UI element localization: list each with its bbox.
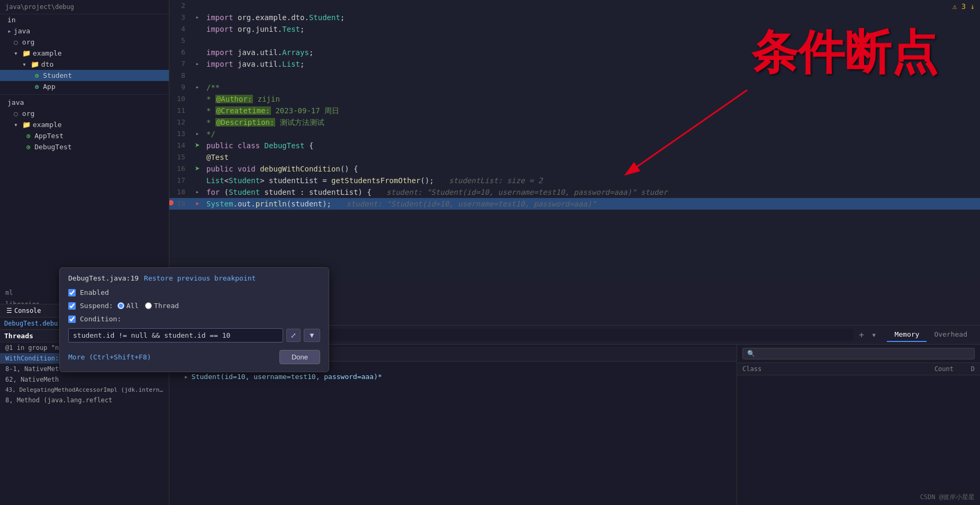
breakpoint-dialog: DebugTest.java:19 Restore previous break… (59, 267, 329, 372)
csdn-watermark: CSDN @彼岸小星星 (920, 493, 975, 502)
add-watch-icon[interactable]: + (857, 329, 866, 341)
code-line-14: 14 ➤ public class DebugTest { (169, 140, 980, 151)
code-line-12: 12 * @Description: 测试方法测试 (169, 116, 980, 128)
tree-item-debugtest[interactable]: ⊙ DebugTest (0, 141, 169, 152)
code-line-11: 11 * @Createtime: 2023-09-17 周日 (169, 105, 980, 116)
suspend-thread-option[interactable]: Thread (145, 302, 179, 310)
suspend-row: Suspend: All Thread (68, 302, 320, 310)
suspend-options: All Thread (117, 302, 179, 310)
d-column-header: D (954, 365, 975, 373)
code-line-16: 16 ➤ public void debugWithCondition() { (169, 163, 980, 175)
done-button[interactable]: Done (279, 350, 320, 364)
condition-dropdown-button[interactable]: ▼ (304, 329, 320, 342)
code-line-7: 7 ▸ import java.util.List; (169, 58, 980, 70)
code-line-8: 8 (169, 70, 980, 82)
suspend-all-option[interactable]: All (117, 302, 139, 310)
code-editor: 条件断点 ⚠ 3 ↓ 2 3 ▸ import org.example.dto.… (169, 0, 980, 281)
code-line-2: 2 (169, 0, 980, 12)
suspend-all-radio[interactable] (117, 302, 124, 309)
dialog-title: DebugTest.java:19 Restore previous break… (68, 274, 320, 282)
suspend-checkbox[interactable] (68, 302, 76, 310)
tree-item-java[interactable]: ▸ java (0, 25, 169, 37)
code-line-6: 6 import java.util.Arrays; (169, 47, 980, 58)
memory-tab[interactable]: Memory (887, 328, 927, 342)
code-line-17: 17 List<Student> studentList = getStuden… (169, 175, 980, 186)
code-line-4: 4 import org.junit.Test; (169, 23, 980, 35)
condition-input[interactable] (68, 328, 283, 342)
suspend-thread-label: Thread (154, 302, 179, 310)
dialog-filename: DebugTest.java:19 (68, 274, 139, 282)
class-column-header: Class (742, 365, 911, 373)
current-line-arrow: ➤ (195, 198, 199, 210)
tree-item-org[interactable]: ○ org (0, 37, 169, 48)
enabled-label: Enabled (80, 288, 109, 296)
code-line-5: 5 (169, 35, 980, 47)
enabled-row: Enabled (68, 288, 320, 296)
suspend-label: Suspend: (80, 302, 113, 310)
enabled-checkbox[interactable] (68, 289, 76, 296)
code-line-15: 15 @Test (169, 151, 980, 163)
dialog-footer: More (Ctrl+Shift+F8) Done (68, 350, 320, 364)
breakpoint-indicator (169, 200, 174, 205)
tree-item-java2[interactable]: java (0, 97, 169, 108)
code-line-3: 3 ▸ import org.example.dto.Student; (169, 12, 980, 23)
tree-item-example[interactable]: ▾ 📁 example (0, 48, 169, 59)
code-line-10: 10 * @Author: zijin (169, 93, 980, 105)
memory-tab-group: Memory Overhead (887, 328, 975, 342)
tree-item-in[interactable]: in (0, 14, 169, 25)
debug-list-item-method[interactable]: 8, Method (java.lang.reflect (0, 395, 169, 405)
memory-search (737, 345, 980, 363)
more-link[interactable]: More (Ctrl+Shift+F8) (68, 353, 151, 361)
run-arrow-16: ➤ (195, 163, 200, 175)
debug-list-item-native2[interactable]: 62, NativeMeth (0, 374, 169, 385)
condition-checkbox[interactable] (68, 315, 76, 323)
tree-item-apptest[interactable]: ⊙ AppTest (0, 130, 169, 141)
memory-panel: Class Count D (737, 345, 980, 505)
expand-condition-button[interactable]: ⤢ (286, 329, 301, 342)
debug-list-item-delegating[interactable]: 43, DelegatingMethodAccessorImpl (jdk.in… (0, 385, 169, 395)
tree-item-dto[interactable]: ▾ 📁 dto (0, 59, 169, 70)
code-line-9: 9 ▸ /** (169, 82, 980, 93)
suspend-all-label: All (126, 302, 139, 310)
code-line-19: 19 ➤ System.out.println(student); studen… (169, 198, 980, 210)
tree-item-example2[interactable]: ▾ 📁 example (0, 119, 169, 130)
tree-item-org2[interactable]: ○ org (0, 108, 169, 119)
condition-input-row: ⤢ ▼ (68, 328, 320, 342)
tree-item-app[interactable]: ⊙ App (0, 81, 169, 92)
code-line-13: 13 ▸ */ (169, 128, 980, 140)
condition-label: Condition: (80, 315, 121, 323)
dropdown-watch-icon[interactable]: ▾ (869, 329, 879, 341)
var-item-student[interactable]: ▸ Student(id=10, username=test10, passwo… (169, 372, 737, 382)
memory-search-input[interactable] (742, 348, 975, 359)
console-tab[interactable]: ☰ Console (0, 304, 48, 317)
overhead-tab[interactable]: Overhead (927, 328, 975, 342)
memory-table-header: Class Count D (737, 363, 980, 375)
code-line-18: 18 ▸ for (Student student : studentList)… (169, 186, 980, 198)
code-lines: 2 3 ▸ import org.example.dto.Student; 4 … (169, 0, 980, 281)
count-column-header: Count (911, 365, 954, 373)
restore-link[interactable]: Restore previous breakpoint (144, 274, 256, 282)
tree-item-student[interactable]: ⊙ Student (0, 70, 169, 81)
condition-row: Condition: (68, 315, 320, 323)
suspend-thread-radio[interactable] (145, 302, 152, 309)
sidebar-path: java\project\debug (0, 0, 169, 14)
run-arrow: ➤ (195, 140, 200, 151)
